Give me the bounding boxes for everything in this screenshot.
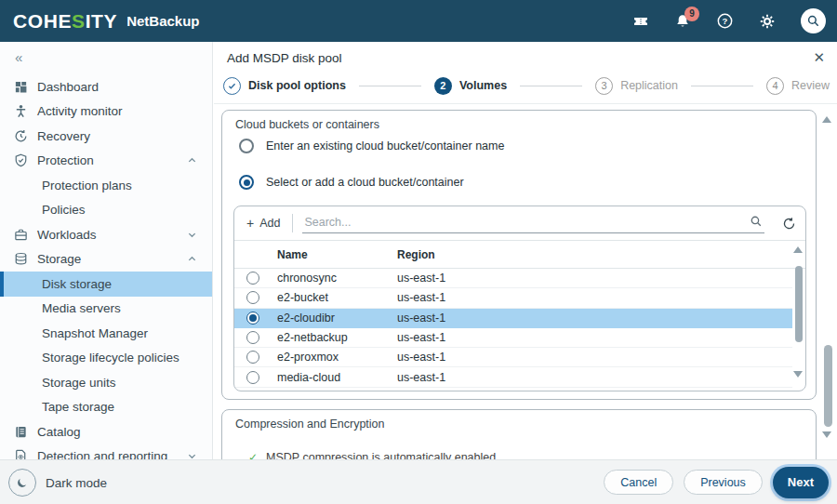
- chevron-up-icon: [187, 155, 197, 166]
- footer-bar: Dark mode Cancel Previous Next: [0, 459, 837, 504]
- column-header-region: Region: [397, 248, 435, 261]
- cancel-button[interactable]: Cancel: [604, 470, 673, 495]
- svg-text:?: ?: [723, 16, 728, 26]
- radio-enter-existing-bucket[interactable]: Enter an existing cloud bucket/container…: [239, 139, 504, 153]
- sidebar-item-recovery[interactable]: Recovery: [0, 124, 212, 149]
- close-icon[interactable]: ✕: [813, 49, 825, 66]
- cloud-buckets-section: Cloud buckets or containers Enter an exi…: [221, 110, 817, 400]
- table-scroll-down-icon[interactable]: [793, 371, 803, 378]
- step-connector: [691, 86, 753, 86]
- step-disk-pool-options[interactable]: Disk pool options: [223, 77, 346, 95]
- panel-scroll-up-icon[interactable]: [822, 116, 831, 123]
- dark-mode-toggle[interactable]: Dark mode: [8, 469, 107, 497]
- radio-unselected-icon: [239, 139, 254, 153]
- table-row-media-cloud[interactable]: media-cloud us-east-1: [234, 367, 792, 387]
- sidebar-item-activity-monitor[interactable]: Activity monitor: [0, 99, 212, 125]
- sidebar-item-storage-lifecycle-policies[interactable]: Storage lifecycle policies: [0, 346, 212, 371]
- cohesity-logo: COHESITY: [13, 10, 117, 33]
- sidebar-collapse-button[interactable]: «: [15, 49, 22, 65]
- table-row-e2-netbackup[interactable]: e2-netbackup us-east-1: [234, 328, 792, 348]
- bucket-table: + Add Name Region chronosync us-east-: [233, 206, 806, 391]
- recovery-history-icon: [13, 128, 29, 144]
- catalog-book-icon: [13, 424, 29, 440]
- chevron-up-icon: [187, 254, 197, 264]
- wizard-header: Add MSDP disk pool ✕ Disk pool options 2…: [214, 42, 837, 104]
- panel-scrollbar-thumb[interactable]: [824, 345, 832, 427]
- sidebar-item-storage[interactable]: Storage: [0, 247, 212, 272]
- sidebar-item-storage-units[interactable]: Storage units: [0, 370, 212, 395]
- sidebar-item-policies[interactable]: Policies: [0, 198, 212, 223]
- step-volumes[interactable]: 2 Volumes: [434, 77, 507, 95]
- step-connector: [359, 86, 421, 86]
- plus-icon: +: [246, 216, 254, 231]
- top-bar: COHESITY NetBackup 9 ?: [0, 0, 837, 42]
- chevron-down-icon: [187, 230, 197, 240]
- table-row-e2-cloudibr[interactable]: e2-cloudibr us-east-1: [234, 309, 792, 328]
- bucket-table-header: Name Region: [234, 241, 805, 269]
- wizard-title: Add MSDP disk pool: [227, 51, 342, 65]
- step-replication[interactable]: 3 Replication: [595, 77, 678, 95]
- wizard-stepper: Disk pool options 2 Volumes 3 Replicatio…: [223, 74, 830, 97]
- search-icon: [750, 215, 763, 228]
- add-bucket-button[interactable]: + Add: [234, 206, 292, 240]
- previous-button[interactable]: Previous: [684, 470, 763, 495]
- dark-mode-label: Dark mode: [46, 476, 107, 490]
- sidebar-item-dashboard[interactable]: Dashboard: [0, 74, 212, 99]
- table-row-chronosync[interactable]: chronosync us-east-1: [234, 269, 792, 288]
- row-radio-icon[interactable]: [246, 291, 259, 304]
- sidebar-item-protection-plans[interactable]: Protection plans: [0, 173, 212, 198]
- moon-icon: [8, 469, 36, 497]
- row-radio-selected-icon[interactable]: [246, 312, 259, 325]
- bucket-rows: chronosync us-east-1 e2-bucket us-east-1…: [234, 269, 792, 391]
- table-scrollbar-thumb[interactable]: [795, 266, 803, 342]
- section-title: Cloud buckets or containers: [235, 118, 379, 131]
- step-review[interactable]: 4 Review: [766, 77, 830, 95]
- radio-select-or-add-bucket[interactable]: Select or add a cloud bucket/container: [239, 175, 464, 190]
- step-check-icon: [223, 77, 241, 95]
- wizard-content: Cloud buckets or containers Enter an exi…: [214, 104, 837, 459]
- sidebar-item-media-servers[interactable]: Media servers: [0, 297, 212, 322]
- shield-check-icon: [13, 153, 29, 168]
- section-title: Compression and Encryption: [235, 418, 385, 431]
- row-radio-icon[interactable]: [246, 351, 259, 364]
- activity-person-icon: [13, 103, 29, 119]
- sidebar-item-disk-storage[interactable]: Disk storage: [0, 272, 212, 297]
- dashboard-grid-icon: [13, 79, 29, 95]
- sidebar-item-catalog[interactable]: Catalog: [0, 419, 212, 444]
- bucket-table-toolbar: + Add: [234, 206, 805, 241]
- column-header-name: Name: [277, 248, 308, 261]
- search-icon[interactable]: [801, 8, 826, 33]
- product-name: NetBackup: [126, 13, 199, 29]
- row-radio-icon[interactable]: [246, 391, 259, 391]
- briefcase-icon: [13, 227, 29, 243]
- storage-database-icon: [13, 251, 29, 267]
- row-radio-icon[interactable]: [246, 331, 259, 344]
- row-radio-icon[interactable]: [246, 272, 259, 285]
- license-ticket-icon[interactable]: [632, 13, 649, 30]
- table-row-e2-proxmox[interactable]: e2-proxmox us-east-1: [234, 348, 792, 367]
- help-icon[interactable]: ?: [716, 12, 734, 30]
- sidebar-item-workloads[interactable]: Workloads: [0, 222, 212, 247]
- table-row-netbackup[interactable]: netbackup us-east-1: [234, 388, 792, 391]
- settings-gear-icon[interactable]: [759, 13, 776, 30]
- next-button[interactable]: Next: [773, 467, 829, 498]
- notifications-bell-icon[interactable]: 9: [674, 13, 691, 30]
- notification-badge: 9: [684, 7, 699, 21]
- panel-scroll-down-icon[interactable]: [822, 431, 831, 438]
- search-input[interactable]: [302, 213, 764, 233]
- sidebar-item-snapshot-manager[interactable]: Snapshot Manager: [0, 321, 212, 346]
- sidebar-item-tape-storage[interactable]: Tape storage: [0, 395, 212, 420]
- table-row-e2-bucket[interactable]: e2-bucket us-east-1: [234, 288, 792, 308]
- row-radio-icon[interactable]: [246, 371, 259, 384]
- sidebar-item-protection[interactable]: Protection: [0, 149, 212, 174]
- table-scroll-up-icon[interactable]: [793, 246, 803, 253]
- sidebar: « Dashboard Activity monitor Recovery Pr…: [0, 42, 213, 459]
- refresh-icon[interactable]: [772, 217, 805, 231]
- radio-selected-icon: [239, 175, 254, 190]
- step-connector: [520, 86, 582, 86]
- toolbar-divider: [292, 214, 293, 232]
